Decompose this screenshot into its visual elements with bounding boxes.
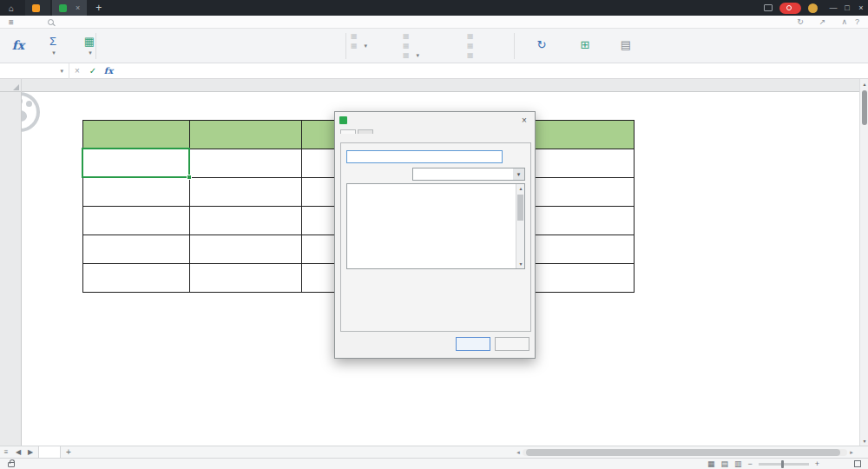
zoom-in-button[interactable]: + xyxy=(815,459,819,468)
home-tab[interactable]: ⌂ xyxy=(0,0,25,16)
prev-sheet-icon[interactable]: ◀ xyxy=(12,448,24,456)
cell-B6[interactable] xyxy=(83,207,190,235)
cell-B7[interactable] xyxy=(83,235,190,264)
sheet-list-icon[interactable]: ≡ xyxy=(0,448,12,456)
cell-F7[interactable] xyxy=(523,235,635,264)
cell-F4[interactable] xyxy=(523,149,635,178)
fill-handle[interactable] xyxy=(187,175,192,180)
tab-close-icon[interactable]: × xyxy=(76,3,80,12)
normal-view-icon[interactable]: ▦ xyxy=(707,459,715,468)
vertical-scrollbar-thumb[interactable] xyxy=(862,90,867,125)
cell-F8[interactable] xyxy=(523,264,635,293)
docer-template-tab[interactable] xyxy=(25,0,50,16)
help-icon[interactable]: ? xyxy=(855,17,859,26)
function-listbox: ▴ ▾ xyxy=(346,183,525,269)
cell-B8[interactable] xyxy=(83,264,190,293)
fullscreen-icon[interactable] xyxy=(854,460,861,467)
home-icon: ⌂ xyxy=(9,3,14,13)
scroll-down-icon[interactable]: ▾ xyxy=(860,438,868,444)
close-button[interactable]: × xyxy=(854,3,868,12)
calc-worksheet-icon: ⊞ xyxy=(581,39,590,51)
calc-worksheet-button[interactable]: ⊞ xyxy=(564,31,606,61)
scroll-up-icon[interactable]: ▴ xyxy=(516,184,525,193)
name-box[interactable]: ▾ xyxy=(0,63,69,79)
trace-dependents-icon: ▦ xyxy=(403,42,410,50)
message-icon[interactable] xyxy=(764,4,773,11)
listbox-scrollbar[interactable]: ▴ ▾ xyxy=(516,184,524,268)
tab-common-formulas[interactable] xyxy=(358,129,373,134)
name-box-dropdown-icon[interactable]: ▾ xyxy=(60,68,63,75)
define-name-icon: ▦ xyxy=(351,42,358,50)
horizontal-scrollbar[interactable]: ◂ ▸ xyxy=(514,448,856,457)
sync-icon: ↻ xyxy=(797,17,804,26)
common-functions-button[interactable]: ▦ ▾ xyxy=(71,31,108,61)
tab-all-functions[interactable] xyxy=(340,129,356,134)
cell-C7[interactable] xyxy=(190,235,302,264)
hamburger-icon: ≡ xyxy=(9,17,14,27)
new-tab-button[interactable]: + xyxy=(89,2,108,14)
zoom-slider[interactable] xyxy=(759,463,809,466)
page-break-view-icon[interactable]: ▥ xyxy=(734,459,742,468)
dialog-panel: ▾ ▴ ▾ xyxy=(340,142,531,332)
vertical-scrollbar[interactable]: ▴ ▾ xyxy=(859,79,868,446)
trace-group: ▦ ▦ ▦▾ xyxy=(403,32,419,60)
scroll-up-icon[interactable]: ▴ xyxy=(860,81,868,87)
trace-precedents-button[interactable]: ▦ xyxy=(403,32,419,41)
cell-F5[interactable] xyxy=(523,178,635,207)
confirm-entry-button[interactable]: ✓ xyxy=(85,66,101,76)
remove-arrows-button[interactable]: ▦▾ xyxy=(403,51,419,60)
cell-C4[interactable] xyxy=(190,149,302,178)
minimize-button[interactable]: — xyxy=(826,3,840,12)
insert-function-button[interactable]: fx xyxy=(2,31,35,61)
cell-F3[interactable] xyxy=(523,121,635,149)
cell-C3[interactable] xyxy=(190,121,302,149)
category-dropdown[interactable]: ▾ xyxy=(412,168,525,181)
file-menu[interactable]: ≡ xyxy=(0,17,25,27)
chevron-down-icon: ▾ xyxy=(89,50,92,56)
cell-F6[interactable] xyxy=(523,207,635,235)
cell-B5[interactable] xyxy=(83,178,190,207)
function-search-input[interactable] xyxy=(346,150,503,163)
name-manager-button[interactable]: ▦ xyxy=(351,32,367,41)
collapse-ribbon-icon[interactable]: ∧ xyxy=(841,17,847,26)
define-name-button[interactable]: ▦▾ xyxy=(351,42,367,50)
scroll-down-icon[interactable]: ▾ xyxy=(516,260,525,268)
horizontal-scrollbar-track[interactable] xyxy=(523,449,847,456)
document-tab[interactable]: × xyxy=(52,0,87,16)
dialog-close-button[interactable]: × xyxy=(518,116,530,125)
cell-C5[interactable] xyxy=(190,178,302,207)
cell-C8[interactable] xyxy=(190,264,302,293)
guest-login-button[interactable] xyxy=(779,3,801,14)
ok-button[interactable] xyxy=(456,337,490,351)
insert-function-fx-button[interactable]: fx xyxy=(101,66,116,76)
zoom-out-button[interactable]: − xyxy=(747,459,752,468)
cancel-button[interactable] xyxy=(495,337,529,351)
zoom-slider-thumb[interactable] xyxy=(781,460,784,468)
cell-B4[interactable] xyxy=(83,149,190,178)
trace-dependents-button[interactable]: ▦ xyxy=(403,42,419,50)
sheet-tab-sheet1[interactable] xyxy=(38,446,61,458)
select-all-corner[interactable] xyxy=(0,79,22,92)
evaluate-formula-button[interactable]: ▦ xyxy=(467,32,477,41)
show-formulas-button[interactable]: ▦ xyxy=(467,51,477,60)
cell-C6[interactable] xyxy=(190,207,302,235)
command-search[interactable] xyxy=(48,19,57,25)
page-layout-view-icon[interactable]: ▤ xyxy=(720,459,728,468)
listbox-scrollbar-thumb[interactable] xyxy=(517,195,523,221)
error-check-button[interactable]: ▦ xyxy=(467,42,477,50)
maximize-button[interactable]: □ xyxy=(840,3,854,12)
dialog-titlebar[interactable]: × xyxy=(335,112,535,128)
horizontal-scrollbar-thumb[interactable] xyxy=(526,449,840,456)
scroll-right-icon[interactable]: ▸ xyxy=(847,449,856,456)
edit-links-button[interactable]: ▤ xyxy=(608,31,644,61)
avatar[interactable] xyxy=(808,3,818,13)
cancel-entry-button[interactable]: × xyxy=(69,66,85,76)
recalc-workbook-button[interactable]: ↻ xyxy=(521,31,562,61)
add-sheet-button[interactable]: + xyxy=(62,447,75,457)
next-sheet-icon[interactable]: ▶ xyxy=(24,448,36,456)
chevron-down-icon[interactable]: ▾ xyxy=(513,168,524,180)
autosum-button[interactable]: Σ ▾ xyxy=(36,31,69,61)
cell-B3[interactable] xyxy=(83,121,190,149)
formula-audit-group: ▦ ▦ ▦ xyxy=(467,32,477,60)
scroll-left-icon[interactable]: ◂ xyxy=(514,449,523,456)
